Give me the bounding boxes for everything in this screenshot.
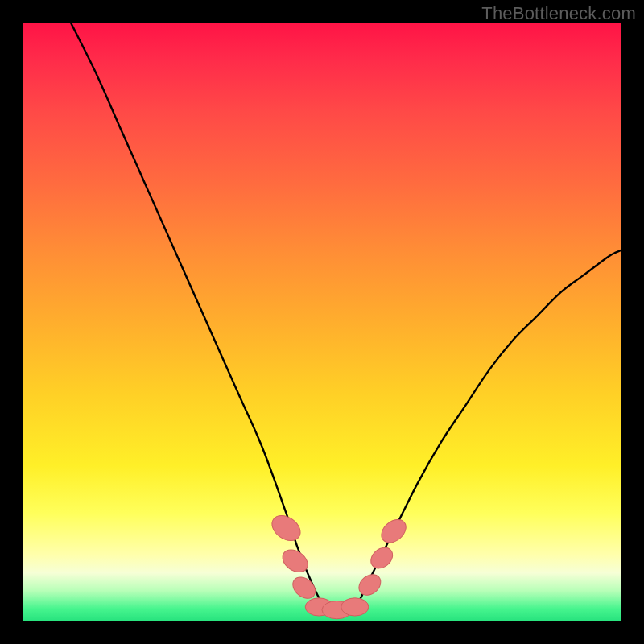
watermark-text: TheBottleneck.com xyxy=(481,3,636,24)
bottleneck-curve xyxy=(71,23,621,613)
chart-frame: TheBottleneck.com xyxy=(0,0,644,644)
chart-svg xyxy=(23,23,621,621)
curve-marker xyxy=(377,515,410,547)
curve-marker xyxy=(341,598,369,616)
curve-markers xyxy=(267,510,411,619)
chart-plot-area xyxy=(23,23,621,621)
curve-marker xyxy=(355,570,385,599)
curve-marker xyxy=(367,543,397,572)
